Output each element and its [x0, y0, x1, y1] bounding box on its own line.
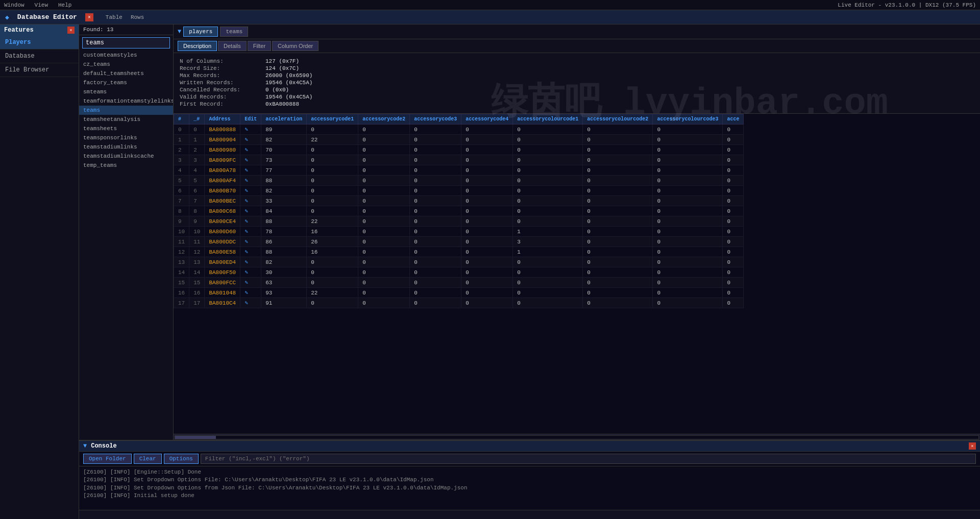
filter-icon: ▼ [178, 28, 181, 35]
table-cell: 13 [174, 257, 189, 267]
table-cell: 30 [261, 267, 307, 278]
sidebar-item-file-browser[interactable]: File Browser [0, 63, 79, 77]
edit-button[interactable]: ✎ [240, 278, 261, 288]
edit-button[interactable]: ✎ [240, 216, 261, 227]
column-header-accessorycode3[interactable]: accessorycode3 [410, 114, 461, 125]
column-header-accessorycolourcode3[interactable]: accessorycolourcode3 [653, 114, 723, 125]
db-editor-close-button[interactable]: × [85, 13, 93, 21]
column-header-accessorycode4[interactable]: accessorycode4 [461, 114, 513, 125]
table-row: 00BA800888✎8900000000 [174, 125, 744, 135]
sub-tab-filter[interactable]: Filter [248, 41, 271, 51]
edit-button[interactable]: ✎ [240, 176, 261, 186]
column-header-Address[interactable]: Address [205, 114, 240, 125]
table-cell: 0 [410, 155, 461, 165]
file-item-smteams[interactable]: smteams [79, 87, 173, 96]
sub-tab-column-order[interactable]: Column Order [272, 41, 318, 51]
column-header-acceleration[interactable]: acceleration [261, 114, 307, 125]
edit-button[interactable]: ✎ [240, 267, 261, 278]
edit-button[interactable]: ✎ [240, 125, 261, 135]
log-line: [Z6100] [INFO] [Engine::Setup] Done [83, 468, 976, 476]
options-button[interactable]: Options [164, 454, 199, 464]
table-cell: 0 [461, 267, 513, 278]
file-item-teamstadiumlinks[interactable]: teamstadiumlinks [79, 142, 173, 152]
table-cell: 0 [358, 165, 410, 176]
table-menu[interactable]: Table [106, 14, 122, 20]
column-header-accessorycode2[interactable]: accessorycode2 [358, 114, 410, 125]
desc-label: Record Size: [180, 65, 261, 71]
sidebar-item-database[interactable]: Database [0, 50, 79, 63]
sub-tab-description[interactable]: Description [178, 41, 217, 51]
column-header-accessorycolourcode2[interactable]: accessorycolourcode2 [583, 114, 653, 125]
horizontal-scrollbar[interactable] [174, 434, 980, 440]
table-cell: 0 [410, 267, 461, 278]
console-filter-input[interactable] [201, 454, 976, 464]
file-item-teamsheets[interactable]: teamsheets [79, 124, 173, 133]
table-cell: 0 [358, 267, 410, 278]
edit-button[interactable]: ✎ [240, 196, 261, 206]
table-cell: 0 [723, 216, 744, 227]
sidebar-close-button[interactable]: × [67, 27, 75, 34]
column-header-acce[interactable]: acce [723, 114, 744, 125]
table-row: 1212BA800E58✎88160001000 [174, 247, 744, 257]
tab-teams[interactable]: teams [220, 27, 248, 37]
table-cell: 0 [513, 155, 583, 165]
edit-button[interactable]: ✎ [240, 206, 261, 216]
scrollbar-thumb[interactable] [175, 436, 216, 439]
file-item-teams[interactable]: teams [79, 106, 173, 115]
file-item-temp_teams[interactable]: temp_teams [79, 161, 173, 170]
table-row: 1616BA801048✎93220000000 [174, 288, 744, 298]
file-item-teamformationteamstylelinks[interactable]: teamformationteamstylelinks [79, 96, 173, 106]
edit-button[interactable]: ✎ [240, 186, 261, 196]
edit-button[interactable]: ✎ [240, 155, 261, 165]
edit-button[interactable]: ✎ [240, 257, 261, 267]
table-cell: 14 [189, 267, 205, 278]
table-cell: 0 [583, 267, 653, 278]
file-item-default_teamsheets[interactable]: default_teamsheets [79, 69, 173, 78]
edit-button[interactable]: ✎ [240, 227, 261, 237]
table-cell: 0 [307, 206, 358, 216]
sidebar-item-players[interactable]: Players [0, 36, 79, 50]
file-item-teamsponsorlinks[interactable]: teamsponsorlinks [79, 133, 173, 142]
table-cell: 0 [461, 278, 513, 288]
file-item-teamsheetanalysis[interactable]: teamsheetanalysis [79, 115, 173, 124]
desc-label: Written Records: [180, 80, 261, 86]
table-cell: 0 [307, 155, 358, 165]
table-cell: 0 [307, 298, 358, 308]
column-header-accessorycolourcode1[interactable]: accessorycolourcode1 [513, 114, 583, 125]
table-cell: 0 [461, 186, 513, 196]
table-cell: 0 [653, 278, 723, 288]
console-close-button[interactable]: × [969, 442, 976, 450]
edit-button[interactable]: ✎ [240, 135, 261, 145]
edit-button[interactable]: ✎ [240, 298, 261, 308]
view-menu[interactable]: View [35, 2, 48, 8]
sub-tab-details[interactable]: Details [218, 41, 247, 51]
edit-button[interactable]: ✎ [240, 247, 261, 257]
table-cell: 22 [307, 216, 358, 227]
file-item-cz_teams[interactable]: cz_teams [79, 60, 173, 69]
edit-button[interactable]: ✎ [240, 165, 261, 176]
table-cell: 0 [410, 125, 461, 135]
search-input[interactable] [82, 37, 170, 48]
clear-button[interactable]: Clear [134, 454, 162, 464]
tab-players[interactable]: players [183, 27, 218, 37]
column-header-Edit[interactable]: Edit [240, 114, 261, 125]
column-header-accessorycode1[interactable]: accessorycode1 [307, 114, 358, 125]
file-item-factory_teams[interactable]: factory_teams [79, 78, 173, 87]
console-input-bar[interactable] [79, 510, 980, 519]
window-menu[interactable]: Window [4, 2, 24, 8]
edit-button[interactable]: ✎ [240, 145, 261, 155]
table-cell: 0 [653, 237, 723, 247]
table-cell: 6 [174, 186, 189, 196]
scrollbar-track[interactable] [175, 435, 979, 439]
file-item-customteamstyles[interactable]: customteamstyles [79, 51, 173, 60]
edit-button[interactable]: ✎ [240, 237, 261, 247]
edit-button[interactable]: ✎ [240, 288, 261, 298]
open-folder-button[interactable]: Open Folder [83, 454, 132, 464]
column-header-_#[interactable]: _# [189, 114, 205, 125]
rows-menu[interactable]: Rows [131, 14, 144, 20]
column-header-#[interactable]: # [174, 114, 189, 125]
table-cell: 16 [307, 247, 358, 257]
file-item-teamstadiumlinkscache[interactable]: teamstadiumlinkscache [79, 152, 173, 161]
table-container[interactable]: #_#AddressEditaccelerationaccessorycode1… [174, 114, 980, 434]
help-menu[interactable]: Help [58, 2, 71, 8]
